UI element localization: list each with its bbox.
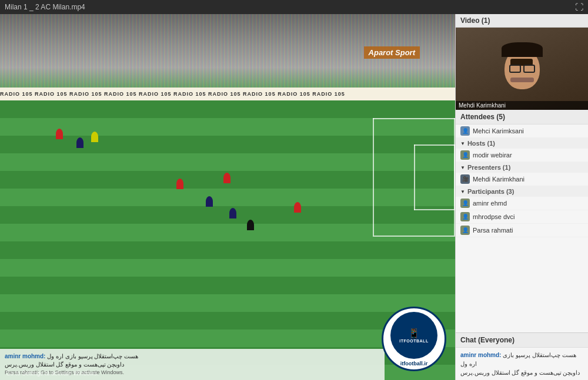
participant-icon-1: 👤: [460, 199, 470, 208]
chat-sender-name: aminr mohmd:: [5, 353, 45, 359]
hosts-label: Hosts (1): [467, 140, 495, 147]
participant-icon-3: 👤: [460, 226, 470, 235]
participant-name-1: aminr ehmd: [473, 200, 507, 207]
logo-inner: 📱 ITFOOTBALL: [390, 312, 437, 359]
participants-group-header[interactable]: ▼ Participants (3): [456, 186, 588, 197]
field-line: [373, 118, 374, 236]
presenters-group-header[interactable]: ▼ Presenters (1): [456, 162, 588, 173]
site-logo-watermark: 📱 ITFOOTBALL itfootball.ir: [382, 307, 446, 371]
logo-text: itfootball.ir: [400, 361, 428, 366]
field-line: [454, 144, 455, 209]
chat-messages: aminr mohmd: هست چپ‌استقلال پرسپو بازی ا…: [456, 348, 588, 380]
field-line: [373, 236, 455, 237]
chat-header: Chat (Everyone): [456, 333, 588, 348]
attendees-header: Attendees (5): [456, 110, 588, 125]
field-line: [414, 144, 455, 146]
attendee-self-name: Mehci Karimksani: [473, 127, 524, 134]
chat-section: Chat (Everyone) aminr mohmd: هست چپ‌استق…: [456, 332, 588, 380]
collapse-icon: ▼: [460, 141, 465, 146]
player: [229, 208, 236, 218]
video-title: Milan 1 _ 2 AC Milan.mp4: [5, 3, 85, 11]
attendees-section: Attendees (5) 👤 Mehci Karimksani ▼ Hosts…: [456, 110, 588, 332]
expand-icon[interactable]: ⛶: [575, 2, 583, 12]
video-panel: Aparot Sport RADIO 105 RADIO 105 RADIO 1…: [0, 14, 455, 380]
chat-message-2: داویچن تپی‌هست و موقع گل استقلال وریس.پر…: [460, 368, 583, 377]
chat-message-1: aminr mohmd: هست چپ‌استقلال پرسپو بازی ا…: [460, 351, 583, 368]
main-content: Aparot Sport RADIO 105 RADIO 105 RADIO 1…: [0, 14, 588, 380]
player: [294, 202, 301, 213]
chat-msg1-sender: aminr mohmd:: [460, 352, 501, 358]
glasses-icon: [509, 65, 534, 70]
collapse-icon: ▼: [460, 165, 465, 170]
player: [206, 196, 213, 207]
presenter-video: Mehdi Karimkhani: [456, 28, 588, 110]
sidebar: Video (1) Mehdi Karimkhani Attendees (5): [455, 14, 588, 380]
chat-message-text: هست چپ‌استقلال پرسپو بازی اره ول: [47, 353, 138, 359]
participant-item-3: 👤 Parsa rahmati: [456, 224, 588, 237]
host-item: 👤 modir webirar: [456, 149, 588, 162]
presenter-name-tag: Mehdi Karimkhani: [456, 101, 588, 110]
field-line: [373, 118, 455, 119]
presenter-item: 🎥 Mehdi Karimkhani: [456, 173, 588, 186]
attendee-icon: 👤: [460, 126, 470, 136]
face-shape: [505, 48, 540, 89]
participant-item-1: 👤 aminr ehmd: [456, 197, 588, 210]
presenter-face: [456, 28, 588, 110]
player: [223, 173, 230, 183]
attendee-self-item: 👤 Mehci Karimksani: [456, 125, 588, 138]
aparot-logo: Aparot Sport: [364, 46, 420, 59]
soccer-field: Aparot Sport RADIO 105 RADIO 105 RADIO 1…: [0, 14, 455, 380]
participant-item-2: 👤 mhrodpse dvci: [456, 210, 588, 224]
player: [91, 132, 98, 142]
collapse-icon: ▼: [460, 189, 465, 194]
face-mouth: [510, 78, 534, 82]
participants-label: Participants (3): [467, 188, 514, 195]
participant-name-3: Parsa rahmati: [473, 227, 513, 234]
host-name: modir webirar: [473, 152, 512, 159]
video-section-header: Video (1): [456, 14, 588, 28]
participant-name-2: mhrodpse dvci: [473, 213, 515, 220]
participant-icon-2: 👤: [460, 212, 470, 221]
presenters-label: Presenters (1): [467, 164, 510, 171]
host-icon: 👤: [460, 150, 470, 160]
windows-activate-text: Go to Settings to activate Windows.: [6, 370, 99, 376]
presenter-icon: 🎥: [460, 174, 470, 184]
field-line: [414, 144, 415, 210]
radio-banner: RADIO 105 RADIO 105 RADIO 105 RADIO 105 …: [0, 88, 455, 100]
player: [56, 129, 63, 139]
chat-overlay-line1: aminr mohmd: هست چپ‌استقلال پرسپو بازی ا…: [5, 352, 380, 361]
chat-msg2-text: داویچن تپی‌هست و موقع گل استقلال وریس.پر…: [460, 369, 580, 376]
face-hair: [502, 42, 543, 57]
presenter-name: Mehdi Karimkhani: [473, 176, 524, 183]
player: [176, 179, 183, 189]
player: [247, 220, 254, 230]
hosts-group-header[interactable]: ▼ Hosts (1): [456, 138, 588, 149]
field-line: [414, 209, 455, 210]
chat-overlay-line2: داویچن تپی‌هست و موقع گل استقلال وریس.پر…: [5, 361, 380, 369]
top-bar: Milan 1 _ 2 AC Milan.mp4 ⛶: [0, 0, 588, 14]
player: [76, 137, 83, 148]
